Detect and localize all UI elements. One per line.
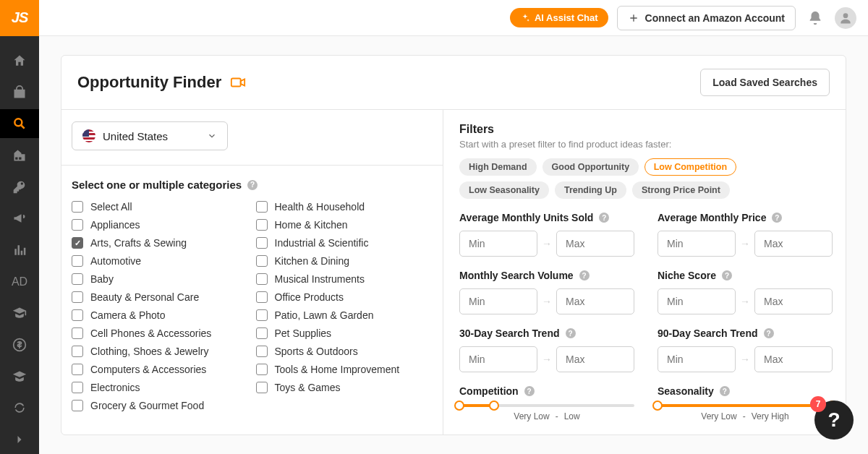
sidebar-item-opportunity-finder[interactable] bbox=[0, 109, 39, 138]
search-vol-min-input[interactable] bbox=[459, 288, 537, 314]
preset-pill[interactable]: Strong Price Point bbox=[632, 181, 730, 199]
user-avatar[interactable] bbox=[835, 7, 856, 29]
checkbox-icon bbox=[72, 382, 83, 393]
category-label: Sports & Outdoors bbox=[275, 346, 358, 357]
category-checkbox[interactable]: Home & Kitchen bbox=[256, 219, 433, 231]
avg-units-max-input[interactable] bbox=[556, 231, 634, 257]
category-checkbox[interactable]: Office Products bbox=[256, 291, 433, 303]
category-checkbox[interactable]: Sports & Outdoors bbox=[256, 346, 433, 357]
help-badge: 7 bbox=[810, 396, 826, 412]
sidebar-item-suppliers[interactable] bbox=[0, 141, 39, 170]
help-icon[interactable]: ? bbox=[566, 328, 576, 338]
ai-assist-chat-button[interactable]: AI Assist Chat bbox=[510, 8, 608, 27]
category-label: Health & Household bbox=[275, 201, 365, 213]
preset-pill[interactable]: Low Competition bbox=[644, 158, 736, 176]
help-icon[interactable]: ? bbox=[772, 213, 782, 223]
notifications-button[interactable] bbox=[804, 7, 826, 29]
filter-search-volume: Monthly Search Volume? → bbox=[459, 270, 634, 314]
help-icon[interactable]: ? bbox=[524, 386, 535, 396]
preset-pill[interactable]: Trending Up bbox=[555, 181, 626, 199]
category-label: Tools & Home Improvement bbox=[275, 364, 400, 375]
sidebar-item-analytics[interactable] bbox=[0, 236, 39, 265]
category-checkbox[interactable]: Computers & Accessories bbox=[72, 364, 249, 375]
competition-slider[interactable] bbox=[459, 404, 634, 407]
category-label: Computers & Accessories bbox=[90, 364, 206, 375]
category-checkbox[interactable]: Toys & Games bbox=[256, 382, 433, 393]
checkbox-icon bbox=[72, 291, 83, 303]
sidebar-item-expand[interactable] bbox=[0, 425, 39, 454]
niche-min-input[interactable] bbox=[658, 288, 736, 314]
category-checkbox[interactable]: Beauty & Personal Care bbox=[72, 291, 249, 303]
help-icon[interactable]: ? bbox=[722, 270, 732, 280]
cap-icon bbox=[12, 369, 27, 384]
sidebar-item-ads[interactable]: AD bbox=[0, 267, 39, 296]
category-checkbox[interactable]: Pet Supplies bbox=[256, 327, 433, 339]
checkbox-icon bbox=[256, 346, 268, 357]
graduation-icon bbox=[12, 306, 27, 320]
sidebar-item-finance[interactable] bbox=[0, 330, 39, 359]
seasonality-slider[interactable] bbox=[658, 404, 833, 407]
trend30-max-input[interactable] bbox=[556, 346, 634, 372]
category-checkbox[interactable]: Camera & Photo bbox=[72, 309, 249, 321]
categories-panel: United States Select one or multiple cat… bbox=[61, 110, 443, 434]
sidebar-item-marketing[interactable] bbox=[0, 204, 39, 233]
category-checkbox[interactable]: Clothing, Shoes & Jewelry bbox=[72, 346, 249, 357]
help-fab-button[interactable]: ? 7 bbox=[814, 401, 854, 440]
filter-avg-price: Average Monthly Price? → bbox=[658, 212, 833, 257]
refresh-icon bbox=[12, 401, 27, 415]
sidebar-item-academy[interactable] bbox=[0, 299, 39, 328]
sidebar-item-learn[interactable] bbox=[0, 362, 39, 391]
sidebar-item-more[interactable] bbox=[0, 394, 39, 423]
help-icon[interactable]: ? bbox=[764, 328, 774, 338]
checkbox-icon bbox=[72, 219, 83, 231]
logo[interactable]: JS bbox=[0, 0, 39, 36]
category-label: Select All bbox=[90, 201, 132, 213]
help-icon[interactable]: ? bbox=[579, 270, 590, 280]
category-checkbox[interactable]: Kitchen & Dining bbox=[256, 255, 433, 267]
category-checkbox[interactable]: Musical Instruments bbox=[256, 273, 433, 285]
category-checkbox[interactable]: Baby bbox=[72, 273, 249, 285]
sidebar-item-product[interactable] bbox=[0, 78, 39, 107]
connect-label: Connect an Amazon Account bbox=[645, 12, 785, 24]
category-checkbox[interactable]: Arts, Crafts & Sewing bbox=[72, 237, 249, 249]
category-checkbox[interactable]: Cell Phones & Accessories bbox=[72, 327, 249, 339]
category-checkbox[interactable]: Patio, Lawn & Garden bbox=[256, 309, 433, 321]
category-checkbox[interactable]: Select All bbox=[72, 201, 249, 213]
category-checkbox[interactable]: Tools & Home Improvement bbox=[256, 364, 433, 375]
country-selector[interactable]: United States bbox=[72, 121, 228, 150]
connect-amazon-button[interactable]: Connect an Amazon Account bbox=[617, 6, 796, 30]
category-checkbox[interactable]: Automotive bbox=[72, 255, 249, 267]
category-checkbox[interactable]: Appliances bbox=[72, 219, 249, 231]
plus-icon bbox=[628, 12, 639, 24]
category-checkbox[interactable]: Grocery & Gourmet Food bbox=[72, 400, 249, 411]
help-icon[interactable]: ? bbox=[720, 386, 730, 396]
load-saved-searches-button[interactable]: Load Saved Searches bbox=[700, 69, 830, 96]
help-icon[interactable]: ? bbox=[247, 180, 258, 190]
sidebar-item-keywords[interactable] bbox=[0, 173, 39, 202]
avg-price-min-input[interactable] bbox=[658, 231, 736, 257]
avg-price-max-input[interactable] bbox=[754, 231, 833, 257]
preset-pill[interactable]: High Demand bbox=[459, 158, 537, 176]
video-icon[interactable] bbox=[230, 74, 246, 90]
trend90-min-input[interactable] bbox=[658, 346, 736, 372]
avg-units-min-input[interactable] bbox=[459, 231, 537, 257]
category-checkbox[interactable]: Electronics bbox=[72, 382, 249, 393]
arrow-icon: → bbox=[542, 238, 552, 249]
niche-max-input[interactable] bbox=[754, 288, 833, 314]
search-vol-max-input[interactable] bbox=[556, 288, 634, 314]
preset-pill[interactable]: Low Seasonality bbox=[459, 181, 549, 199]
preset-pill[interactable]: Good Opportunity bbox=[542, 158, 639, 176]
arrow-icon: → bbox=[542, 354, 552, 365]
main: Opportunity Finder Load Saved Searches U… bbox=[39, 36, 868, 454]
filters-panel: Filters Start with a preset filter to fi… bbox=[443, 110, 846, 434]
checkbox-icon bbox=[256, 201, 268, 213]
filter-avg-units: Average Monthly Units Sold? → bbox=[459, 212, 634, 257]
help-icon[interactable]: ? bbox=[599, 213, 609, 223]
category-checkbox[interactable]: Industrial & Scientific bbox=[256, 237, 433, 249]
category-checkbox[interactable]: Health & Household bbox=[256, 201, 433, 213]
sidebar-item-home[interactable] bbox=[0, 46, 39, 75]
trend90-max-input[interactable] bbox=[754, 346, 833, 372]
filter-competition: Competition? Very Low - Low bbox=[459, 385, 634, 421]
trend30-min-input[interactable] bbox=[459, 346, 537, 372]
category-label: Cell Phones & Accessories bbox=[90, 327, 211, 339]
